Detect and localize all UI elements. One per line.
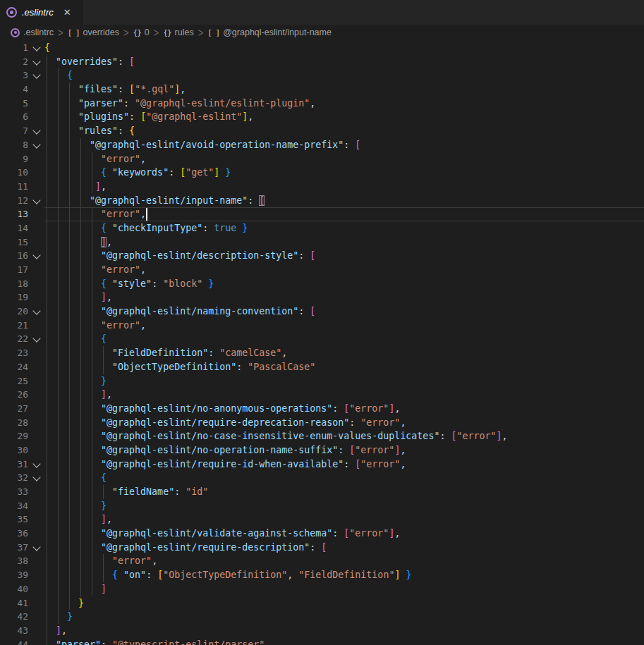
code-text[interactable]: } — [44, 610, 73, 624]
code-line[interactable]: 1{ — [0, 41, 644, 55]
code-line[interactable]: 15 ], — [0, 235, 644, 250]
fold-gutter[interactable] — [28, 457, 44, 472]
code-text[interactable]: ], — [44, 624, 67, 638]
code-line[interactable]: 18 { "style": "block" } — [0, 277, 644, 291]
code-line[interactable]: 20 "@graphql-eslint/naming-convention": … — [0, 305, 644, 319]
code-line[interactable]: 19 ], — [0, 290, 644, 305]
code-text[interactable]: "@graphql-eslint/description-style": [ — [44, 249, 315, 263]
code-text[interactable]: "fieldName": "id" — [44, 485, 208, 499]
code-line[interactable]: 26 ], — [0, 388, 644, 402]
code-line[interactable]: 21 "error", — [0, 319, 644, 333]
code-text[interactable]: "@graphql-eslint/no-anonymous-operations… — [44, 402, 400, 416]
code-text[interactable]: "@graphql-eslint/validate-against-schema… — [44, 527, 400, 541]
breadcrumb-item--graphql-eslint-input-name[interactable]: [ ]@graphql-eslint/input-name — [207, 27, 332, 37]
code-line[interactable]: 10 { "keywords": ["get"] } — [0, 166, 644, 180]
code-line[interactable]: 11 ], — [0, 180, 644, 194]
code-line[interactable]: 13 "error", — [0, 207, 644, 221]
code-line[interactable]: 7 "rules": { — [0, 124, 644, 138]
code-text[interactable]: { "style": "block" } — [44, 277, 214, 291]
code-line[interactable]: 12 "@graphql-eslint/input-name": [ — [0, 194, 644, 208]
code-text[interactable]: ], — [44, 180, 107, 194]
tab-close-icon[interactable]: ✕ — [63, 8, 71, 17]
code-text[interactable]: "error", — [44, 554, 157, 568]
code-text[interactable]: ], — [44, 290, 112, 305]
code-text[interactable]: "parser": "@typescript-eslint/parser" — [44, 638, 265, 645]
breadcrumb-item--eslintrc[interactable]: .eslintrc — [11, 27, 54, 37]
fold-chevron-down-icon[interactable] — [32, 460, 40, 467]
code-text[interactable]: ], — [44, 388, 112, 402]
fold-gutter[interactable] — [28, 124, 44, 138]
code-line[interactable]: 35 ], — [0, 512, 644, 527]
code-line[interactable]: 41 } — [0, 596, 644, 610]
code-line[interactable]: 5 "parser": "@graphql-eslint/eslint-plug… — [0, 97, 644, 111]
code-line[interactable]: 36 "@graphql-eslint/validate-against-sch… — [0, 527, 644, 541]
code-line[interactable]: 30 "@graphql-eslint/no-operation-name-su… — [0, 443, 644, 457]
code-line[interactable]: 22 { — [0, 332, 644, 346]
fold-chevron-down-icon[interactable] — [32, 43, 40, 51]
code-line[interactable]: 23 "FieldDefinition": "camelCase", — [0, 346, 644, 360]
code-text[interactable]: "@graphql-eslint/input-name": [ — [44, 194, 265, 208]
code-line[interactable]: 4 "files": ["*.gql"], — [0, 82, 644, 97]
code-text[interactable]: "FieldDefinition": "camelCase", — [44, 346, 287, 360]
fold-gutter[interactable] — [28, 68, 44, 82]
breadcrumb-item-overrides[interactable]: [ ]overrides — [68, 27, 119, 37]
code-text[interactable]: "@graphql-eslint/require-deprecation-rea… — [44, 416, 406, 430]
code-text[interactable]: { — [44, 68, 73, 82]
code-text[interactable]: "plugins": ["@graphql-eslint"], — [44, 110, 253, 124]
code-line[interactable]: 3 { — [0, 68, 644, 82]
fold-gutter[interactable] — [28, 541, 44, 555]
code-text[interactable]: "error", — [44, 319, 146, 333]
code-text[interactable]: ] — [44, 582, 107, 596]
fold-chevron-down-icon[interactable] — [32, 126, 40, 134]
code-text[interactable]: "@graphql-eslint/naming-convention": [ — [44, 305, 315, 319]
fold-gutter[interactable] — [28, 138, 44, 152]
code-text[interactable]: { — [44, 471, 107, 485]
fold-chevron-down-icon[interactable] — [32, 252, 40, 259]
fold-gutter[interactable] — [28, 55, 44, 69]
tab-eslintrc[interactable]: .eslintrc ✕ — [0, 0, 83, 25]
code-line[interactable]: 42 } — [0, 610, 644, 624]
code-text[interactable]: ], — [44, 512, 112, 527]
code-line[interactable]: 16 "@graphql-eslint/description-style": … — [0, 249, 644, 263]
code-line[interactable]: 28 "@graphql-eslint/require-deprecation-… — [0, 416, 644, 430]
fold-gutter[interactable] — [28, 194, 44, 208]
code-text[interactable]: "@graphql-eslint/no-operation-name-suffi… — [44, 443, 406, 457]
code-line[interactable]: 17 "error", — [0, 263, 644, 277]
code-text[interactable]: "error", — [44, 152, 146, 166]
code-text[interactable]: "parser": "@graphql-eslint/eslint-plugin… — [44, 97, 315, 111]
code-text[interactable]: { "on": ["ObjectTypeDefinition", "FieldD… — [44, 568, 411, 582]
code-line[interactable]: 33 "fieldName": "id" — [0, 485, 644, 499]
code-line[interactable]: 6 "plugins": ["@graphql-eslint"], — [0, 110, 644, 124]
fold-chevron-down-icon[interactable] — [32, 307, 40, 314]
fold-gutter[interactable] — [28, 249, 44, 263]
code-text[interactable]: "@graphql-eslint/no-case-insensitive-enu… — [44, 429, 508, 443]
breadcrumb-item-rules[interactable]: {}rules — [163, 27, 193, 37]
code-text[interactable]: } — [44, 374, 107, 388]
code-line[interactable]: 40 ] — [0, 582, 644, 596]
code-text[interactable]: ], — [44, 235, 112, 250]
code-line[interactable]: 25 } — [0, 374, 644, 388]
code-text[interactable]: "@graphql-eslint/avoid-operation-name-pr… — [44, 138, 360, 152]
code-line[interactable]: 37 "@graphql-eslint/require-description"… — [0, 541, 644, 555]
fold-chevron-down-icon[interactable] — [32, 474, 40, 481]
fold-chevron-down-icon[interactable] — [32, 140, 40, 148]
code-text[interactable]: "@graphql-eslint/require-description": [ — [44, 541, 327, 555]
code-line[interactable]: 34 } — [0, 499, 644, 513]
code-line[interactable]: 31 "@graphql-eslint/require-id-when-avai… — [0, 457, 644, 472]
code-line[interactable]: 24 "ObjectTypeDefinition": "PascalCase" — [0, 360, 644, 374]
code-line[interactable]: 27 "@graphql-eslint/no-anonymous-operati… — [0, 402, 644, 416]
code-line[interactable]: 2 "overrides": [ — [0, 55, 644, 69]
code-text[interactable]: "error", — [44, 207, 147, 221]
code-line[interactable]: 44 "parser": "@typescript-eslint/parser" — [0, 638, 644, 645]
code-text[interactable]: { — [44, 332, 107, 346]
code-line[interactable]: 39 { "on": ["ObjectTypeDefinition", "Fie… — [0, 568, 644, 582]
code-text[interactable]: } — [44, 596, 84, 610]
fold-chevron-down-icon[interactable] — [32, 71, 40, 79]
fold-gutter[interactable] — [28, 471, 44, 485]
code-text[interactable]: { "keywords": ["get"] } — [44, 166, 231, 180]
code-text[interactable]: "rules": { — [44, 124, 135, 138]
code-line[interactable]: 14 { "checkInputType": true } — [0, 221, 644, 235]
code-text[interactable]: { "checkInputType": true } — [44, 221, 248, 235]
fold-chevron-down-icon[interactable] — [32, 196, 40, 204]
code-text[interactable]: } — [44, 499, 107, 513]
